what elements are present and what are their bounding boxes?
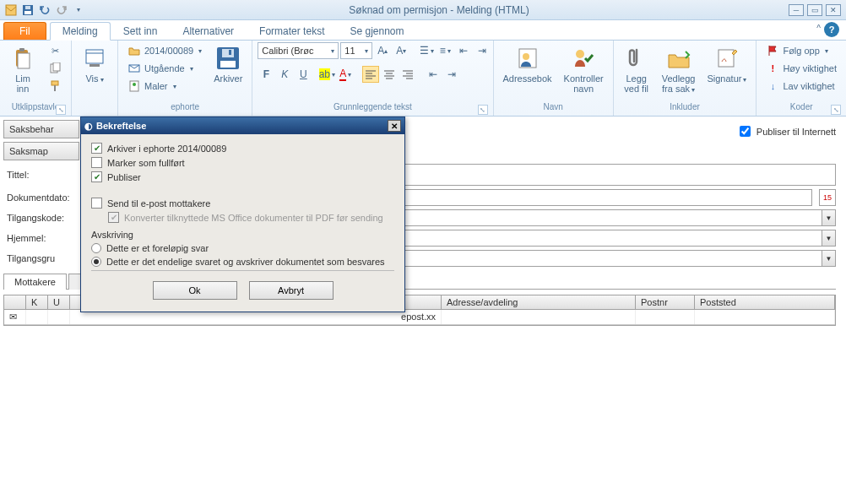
font-color-button[interactable]: A▾ — [337, 66, 354, 83]
tab-settinn[interactable]: Sett inn — [111, 22, 171, 40]
align-right-button[interactable] — [399, 66, 416, 83]
qat-more-icon[interactable]: ▾ — [71, 3, 86, 18]
svg-point-16 — [133, 83, 136, 86]
save-icon[interactable] — [20, 3, 35, 18]
col-adresse[interactable]: Adresse/avdeling — [442, 295, 636, 309]
follow-up-button[interactable]: Følg opp▾ — [762, 42, 841, 59]
chk-convert: ✔ — [108, 212, 119, 223]
group-clipboard: Lim inn ✂ Utklippstavle⤡ — [0, 41, 72, 116]
col-blank[interactable] — [4, 295, 26, 309]
highlight-button[interactable]: ab▾ — [318, 66, 335, 83]
tab-melding[interactable]: Melding — [50, 22, 111, 41]
outdent-button[interactable]: ⇤ — [455, 42, 472, 59]
publish-internet-checkbox[interactable] — [740, 126, 751, 137]
chk-arkiver[interactable]: ✔ — [91, 143, 102, 154]
clipboard-launcher[interactable]: ⤡ — [56, 105, 66, 115]
tab-mottakere[interactable]: Mottakere — [3, 274, 67, 290]
saksbehandler-button[interactable]: Saksbehar — [3, 120, 79, 138]
chk-convert-label: Konverter tilknyttede MS Office dokument… — [124, 213, 383, 223]
bold-button[interactable]: F — [258, 66, 274, 83]
font-name-select[interactable]: Calibri (Brøc▾ — [258, 42, 339, 59]
help-icon[interactable]: ? — [824, 22, 839, 37]
check-names-button[interactable]: Kontroller navn — [560, 42, 608, 96]
tags-launcher[interactable]: ⤡ — [831, 105, 841, 115]
chk-send[interactable]: ✔ — [91, 198, 102, 209]
svg-point-35 — [576, 50, 584, 58]
align-center-button[interactable] — [381, 66, 398, 83]
tab-file[interactable]: Fil — [3, 22, 46, 40]
paste-button[interactable]: Lim inn — [5, 42, 41, 96]
col-u[interactable]: U — [48, 295, 70, 309]
svg-rect-0 — [6, 5, 16, 15]
view-button[interactable]: Vis▾ — [77, 42, 112, 88]
arkiver-label: Arkiver — [214, 73, 242, 84]
tab-formater[interactable]: Formater tekst — [247, 22, 337, 40]
ok-button[interactable]: Ok — [153, 281, 237, 300]
undo-icon[interactable] — [37, 3, 52, 18]
signature-icon — [713, 45, 740, 72]
ephorte-templates-button[interactable]: Maler▾ — [123, 78, 206, 95]
saksmappe-button[interactable]: Saksmap — [3, 142, 79, 160]
svg-rect-11 — [86, 50, 103, 63]
svg-rect-2 — [24, 11, 31, 14]
decrease-indent-button[interactable]: ⇤ — [425, 66, 442, 83]
dialog-titlebar[interactable]: ◐ Bekreftelse ✕ — [81, 117, 404, 134]
redo-icon[interactable] — [54, 3, 69, 18]
high-importance-icon: ! — [766, 62, 779, 75]
svg-rect-5 — [18, 53, 30, 68]
arkiver-button[interactable]: Arkiver — [209, 42, 247, 86]
envelope-icon: ✉ — [9, 312, 17, 322]
radio-prelim[interactable] — [91, 243, 101, 253]
attach-file-button[interactable]: Legg ved fil — [619, 42, 654, 96]
indent-button[interactable]: ⇥ — [474, 42, 491, 59]
maximize-button[interactable]: ▭ — [807, 4, 822, 16]
col-k[interactable]: K — [26, 295, 48, 309]
low-importance-button[interactable]: ↓Lav viktighet — [762, 78, 841, 95]
signature-button[interactable]: Signatur▾ — [702, 42, 751, 88]
shrink-font-button[interactable]: A▾ — [393, 42, 409, 59]
group-label-ephorte: ephorte — [123, 102, 247, 116]
ephorte-case-button[interactable]: 2014/00089▾ — [123, 42, 206, 59]
radio-final[interactable] — [91, 257, 101, 267]
close-button[interactable]: ✕ — [826, 4, 841, 16]
title-bar: ▾ Søknad om permisjon - Melding (HTML) ─… — [0, 0, 846, 20]
chevron-down-icon[interactable]: ▼ — [822, 251, 835, 266]
font-size-select[interactable]: 11▾ — [340, 42, 372, 59]
bullets-button[interactable]: ☰▾ — [418, 42, 435, 59]
font-launcher[interactable]: ⤡ — [478, 105, 488, 115]
grow-font-button[interactable]: A▴ — [374, 42, 391, 59]
chevron-down-icon[interactable]: ▼ — [822, 210, 835, 225]
calendar-icon[interactable]: 15 — [819, 189, 836, 206]
col-postnr[interactable]: Postnr — [636, 295, 695, 309]
format-painter-button[interactable] — [44, 78, 66, 95]
group-label-font: Grunnleggende tekst⤡ — [258, 102, 487, 116]
ribbon-minimize-icon[interactable]: ^ — [816, 24, 821, 33]
group-font: Calibri (Brøc▾ 11▾ A▴ A▾ ☰▾ ≡▾ ⇤ ⇥ F K U… — [252, 41, 493, 116]
group-include: Legg ved fil Vedlegg fra sak▾ Signatur▾ … — [614, 41, 757, 116]
attach-item-button[interactable]: Vedlegg fra sak▾ — [658, 42, 700, 98]
cancel-button[interactable]: Avbryt — [249, 281, 334, 300]
high-importance-button[interactable]: !Høy viktighet — [762, 60, 841, 77]
tab-alternativer[interactable]: Alternativer — [170, 22, 247, 40]
align-left-button[interactable] — [362, 66, 379, 83]
tab-segjennom[interactable]: Se gjennom — [337, 22, 416, 40]
chk-fullfort[interactable]: ✔ — [91, 157, 102, 168]
italic-button[interactable]: K — [276, 66, 293, 83]
chk-publiser[interactable]: ✔ — [91, 171, 102, 182]
outlook-icon[interactable] — [3, 3, 19, 18]
minimize-button[interactable]: ─ — [789, 4, 804, 16]
increase-indent-button[interactable]: ⇥ — [443, 66, 460, 83]
col-poststed[interactable]: Poststed — [695, 295, 835, 309]
group-view: Vis▾ — [72, 41, 118, 116]
cut-button[interactable]: ✂ — [44, 42, 66, 59]
underline-button[interactable]: U — [295, 66, 312, 83]
format-painter-icon — [48, 79, 62, 93]
signature-label: Signatur — [707, 73, 741, 84]
ephorte-outgoing-button[interactable]: Utgående▾ — [123, 60, 206, 77]
numbering-button[interactable]: ≡▾ — [437, 42, 453, 59]
copy-button[interactable] — [44, 60, 66, 77]
address-book-button[interactable]: Adressebok — [499, 42, 556, 86]
check-names-label: Kontroller navn — [564, 73, 604, 94]
chevron-down-icon[interactable]: ▼ — [822, 230, 835, 246]
dialog-close-button[interactable]: ✕ — [388, 120, 401, 132]
